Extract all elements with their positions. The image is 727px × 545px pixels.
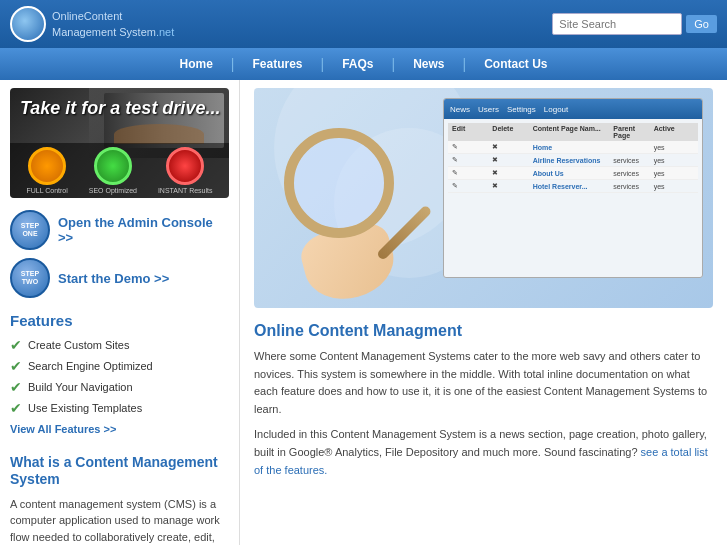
table-cell: ✖ — [492, 156, 532, 164]
search-area: Go — [552, 13, 717, 35]
logo-line1: OnlineContent — [52, 10, 122, 22]
table-row: ✎ ✖ About Us services yes — [448, 167, 698, 180]
step-two-badge: STEP TWO — [10, 258, 50, 298]
main-content-title: Online Content Managment — [254, 322, 713, 340]
check-icon: ✔ — [10, 400, 22, 416]
table-cell: services — [613, 170, 653, 177]
table-cell: ✎ — [452, 169, 492, 177]
step-one-item: STEP ONE Open the Admin Console >> — [10, 210, 229, 250]
cms-screenshot: News Users Settings Logout Edit Delete C… — [443, 98, 703, 278]
table-cell-active: yes — [654, 170, 694, 177]
gauge-icon — [28, 147, 66, 185]
nav-item-news[interactable]: News — [395, 48, 462, 80]
col-header: Active — [654, 125, 694, 139]
logo-text: OnlineContent Management System.net — [52, 8, 174, 39]
logo-icon — [10, 6, 46, 42]
search-button[interactable]: Go — [686, 15, 717, 33]
gauge-seo: SEO Optimized — [89, 147, 137, 194]
start-demo-link[interactable]: Start the Demo >> — [58, 271, 169, 286]
sidebar: Take it for a test drive... FULL Control… — [0, 80, 240, 545]
what-is-cms-section: What is a Content Management System A co… — [10, 454, 229, 545]
cms-bar-item: Users — [478, 105, 499, 114]
feature-label: Use Existing Templates — [28, 402, 142, 414]
feature-label: Create Custom Sites — [28, 339, 129, 351]
features-title: Features — [10, 312, 229, 329]
logo-suffix: .net — [156, 26, 174, 38]
nav-bar: Home | Features | FAQs | News | Contact … — [0, 48, 727, 80]
col-header: Parent Page — [613, 125, 653, 139]
step-two-top: STEP — [21, 270, 39, 278]
logo-area: OnlineContent Management System.net — [10, 6, 174, 42]
check-icon: ✔ — [10, 379, 22, 395]
header: OnlineContent Management System.net Go — [0, 0, 727, 48]
feature-label: Build Your Navigation — [28, 381, 133, 393]
nav-item-contact[interactable]: Contact Us — [466, 48, 565, 80]
col-header: Delete — [492, 125, 532, 139]
table-cell-name: About Us — [533, 170, 614, 177]
nav-item-faqs[interactable]: FAQs — [324, 48, 391, 80]
gauge-label: INSTANT Results — [158, 187, 213, 194]
table-row: ✎ ✖ Airline Reservations services yes — [448, 154, 698, 167]
col-header: Edit — [452, 125, 492, 139]
magnifier-glass — [284, 128, 394, 238]
cms-bar-item: Logout — [544, 105, 568, 114]
main-description-1: Where some Content Management Systems ca… — [254, 348, 713, 418]
view-all-features-link[interactable]: View All Features >> — [10, 423, 116, 435]
check-icon: ✔ — [10, 337, 22, 353]
table-cell-name: Airline Reservations — [533, 157, 614, 164]
cms-section-title: What is a Content Management System — [10, 454, 229, 488]
hero-gauges: FULL Control SEO Optimized INSTANT Resul… — [10, 143, 229, 198]
features-section: Features ✔ Create Custom Sites ✔ Search … — [10, 312, 229, 436]
gauge-label: SEO Optimized — [89, 187, 137, 194]
table-cell: ✎ — [452, 182, 492, 190]
step-one-bottom: ONE — [22, 230, 37, 238]
table-cell: ✎ — [452, 143, 492, 151]
feature-item-4: ✔ Use Existing Templates — [10, 400, 229, 416]
check-icon: ✔ — [10, 358, 22, 374]
cms-bar-item: News — [450, 105, 470, 114]
feature-item-2: ✔ Search Engine Optimized — [10, 358, 229, 374]
col-header: Content Page Nam... — [533, 125, 614, 139]
nav-item-home[interactable]: Home — [162, 48, 231, 80]
table-cell-active: yes — [654, 183, 694, 190]
cms-table-header: Edit Delete Content Page Nam... Parent P… — [448, 123, 698, 141]
table-cell-name: Hotel Reserver... — [533, 183, 614, 190]
gauge-label: FULL Control — [26, 187, 67, 194]
feature-item-3: ✔ Build Your Navigation — [10, 379, 229, 395]
step-one-badge: STEP ONE — [10, 210, 50, 250]
feature-item-1: ✔ Create Custom Sites — [10, 337, 229, 353]
main-content: News Users Settings Logout Edit Delete C… — [240, 80, 727, 545]
gauge-full-control: FULL Control — [26, 147, 67, 194]
open-admin-console-link[interactable]: Open the Admin Console >> — [58, 215, 229, 245]
table-cell: ✖ — [492, 169, 532, 177]
step-two-item: STEP TWO Start the Demo >> — [10, 258, 229, 298]
table-cell: ✖ — [492, 182, 532, 190]
table-cell: ✎ — [452, 156, 492, 164]
table-row: ✎ ✖ Hotel Reserver... services yes — [448, 180, 698, 193]
main-description-2: Included in this Content Management Syst… — [254, 426, 713, 479]
table-cell-active: yes — [654, 144, 694, 151]
table-row: ✎ ✖ Home yes — [448, 141, 698, 154]
gauge-icon — [166, 147, 204, 185]
hero-text: Take it for a test drive... — [20, 98, 220, 120]
main-desc2-text: Included in this Content Management Syst… — [254, 428, 707, 458]
hero-banner: Take it for a test drive... FULL Control… — [10, 88, 229, 198]
table-cell-active: yes — [654, 157, 694, 164]
table-cell-name: Home — [533, 144, 614, 151]
cms-bar-item: Settings — [507, 105, 536, 114]
cms-table-area: Edit Delete Content Page Nam... Parent P… — [444, 119, 702, 197]
cms-section-text: A content management system (CMS) is a c… — [10, 496, 229, 545]
nav-item-features[interactable]: Features — [234, 48, 320, 80]
logo-line2: Management System — [52, 26, 156, 38]
magnifier-illustration — [274, 118, 454, 298]
feature-label: Search Engine Optimized — [28, 360, 153, 372]
step-one-top: STEP — [21, 222, 39, 230]
table-cell: services — [613, 183, 653, 190]
content-wrapper: Take it for a test drive... FULL Control… — [0, 80, 727, 545]
table-cell: ✖ — [492, 143, 532, 151]
hero-image-area: News Users Settings Logout Edit Delete C… — [254, 88, 713, 308]
gauge-icon — [94, 147, 132, 185]
step-two-bottom: TWO — [22, 278, 38, 286]
search-input[interactable] — [552, 13, 682, 35]
cms-top-bar: News Users Settings Logout — [444, 99, 702, 119]
